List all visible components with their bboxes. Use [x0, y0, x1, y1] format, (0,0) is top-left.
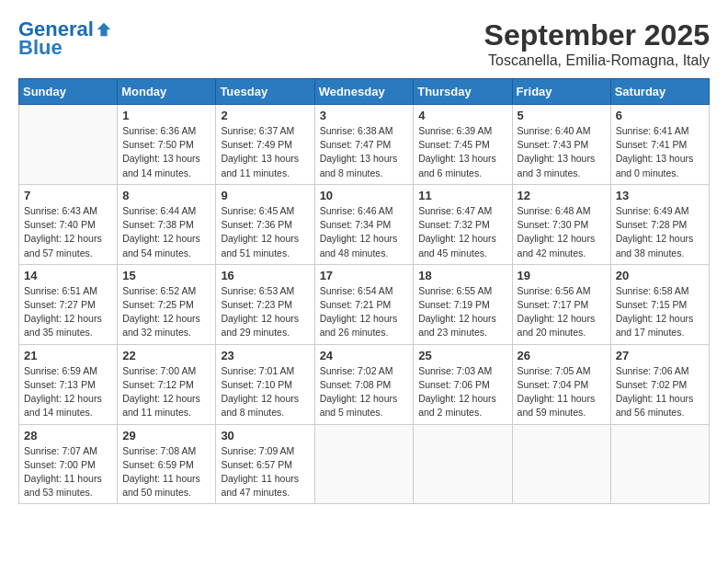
day-info: Sunrise: 7:02 AMSunset: 7:08 PMDaylight:…: [320, 364, 409, 420]
day-of-week-header: Thursday: [414, 79, 512, 105]
day-info: Sunrise: 7:06 AMSunset: 7:02 PMDaylight:…: [616, 364, 704, 420]
calendar-cell: 16Sunrise: 6:53 AMSunset: 7:23 PMDayligh…: [216, 264, 314, 344]
day-info: Sunrise: 6:38 AMSunset: 7:47 PMDaylight:…: [320, 124, 409, 180]
day-number: 9: [221, 189, 309, 202]
calendar-cell: 18Sunrise: 6:55 AMSunset: 7:19 PMDayligh…: [414, 264, 512, 344]
calendar-cell: 19Sunrise: 6:56 AMSunset: 7:17 PMDayligh…: [512, 264, 610, 344]
day-number: 11: [418, 189, 506, 202]
week-row: 21Sunrise: 6:59 AMSunset: 7:13 PMDayligh…: [19, 344, 710, 424]
calendar-cell: 29Sunrise: 7:08 AMSunset: 6:59 PMDayligh…: [118, 424, 216, 504]
calendar-cell: 27Sunrise: 7:06 AMSunset: 7:02 PMDayligh…: [610, 344, 709, 424]
logo-blue-text: Blue: [18, 37, 63, 59]
calendar-cell: 7Sunrise: 6:43 AMSunset: 7:40 PMDaylight…: [19, 184, 118, 264]
day-info: Sunrise: 6:41 AMSunset: 7:41 PMDaylight:…: [616, 124, 704, 180]
day-number: 5: [518, 109, 606, 122]
calendar-cell: 2Sunrise: 6:37 AMSunset: 7:49 PMDaylight…: [216, 105, 314, 185]
day-of-week-header: Sunday: [19, 79, 118, 105]
day-info: Sunrise: 7:03 AMSunset: 7:06 PMDaylight:…: [418, 364, 506, 420]
day-number: 24: [320, 349, 409, 362]
calendar-cell: [19, 105, 118, 185]
calendar-cell: 12Sunrise: 6:48 AMSunset: 7:30 PMDayligh…: [512, 184, 610, 264]
day-number: 20: [616, 269, 704, 282]
day-number: 18: [418, 269, 506, 282]
day-number: 19: [518, 269, 606, 282]
day-of-week-header: Monday: [118, 79, 216, 105]
day-number: 3: [320, 109, 409, 122]
day-info: Sunrise: 7:00 AMSunset: 7:12 PMDaylight:…: [122, 364, 210, 420]
page-header: General Blue September 2025 Toscanella, …: [18, 18, 710, 69]
day-number: 27: [616, 349, 704, 362]
day-info: Sunrise: 6:36 AMSunset: 7:50 PMDaylight:…: [122, 124, 210, 180]
week-row: 14Sunrise: 6:51 AMSunset: 7:27 PMDayligh…: [19, 264, 710, 344]
day-info: Sunrise: 6:37 AMSunset: 7:49 PMDaylight:…: [221, 124, 309, 180]
day-number: 6: [616, 109, 704, 122]
calendar-cell: 9Sunrise: 6:45 AMSunset: 7:36 PMDaylight…: [216, 184, 314, 264]
calendar-cell: [610, 424, 709, 504]
day-info: Sunrise: 7:07 AMSunset: 7:00 PMDaylight:…: [24, 444, 112, 500]
day-info: Sunrise: 6:48 AMSunset: 7:30 PMDaylight:…: [518, 204, 606, 260]
calendar-cell: 4Sunrise: 6:39 AMSunset: 7:45 PMDaylight…: [414, 105, 512, 185]
calendar-cell: 17Sunrise: 6:54 AMSunset: 7:21 PMDayligh…: [314, 264, 414, 344]
logo: General Blue: [18, 18, 114, 59]
location: Toscanella, Emilia-Romagna, Italy: [484, 52, 710, 69]
day-info: Sunrise: 6:46 AMSunset: 7:34 PMDaylight:…: [320, 204, 409, 260]
day-number: 10: [320, 189, 409, 202]
title-block: September 2025 Toscanella, Emilia-Romagn…: [484, 18, 710, 69]
day-of-week-header: Wednesday: [314, 79, 414, 105]
calendar-cell: 1Sunrise: 6:36 AMSunset: 7:50 PMDaylight…: [118, 105, 216, 185]
calendar-cell: 26Sunrise: 7:05 AMSunset: 7:04 PMDayligh…: [512, 344, 610, 424]
day-number: 16: [221, 269, 309, 282]
day-number: 8: [122, 189, 210, 202]
calendar-cell: 23Sunrise: 7:01 AMSunset: 7:10 PMDayligh…: [216, 344, 314, 424]
calendar-cell: 21Sunrise: 6:59 AMSunset: 7:13 PMDayligh…: [19, 344, 118, 424]
calendar-cell: [314, 424, 414, 504]
day-number: 21: [24, 349, 112, 362]
day-info: Sunrise: 7:05 AMSunset: 7:04 PMDaylight:…: [518, 364, 606, 420]
day-info: Sunrise: 6:47 AMSunset: 7:32 PMDaylight:…: [418, 204, 506, 260]
logo-icon: [96, 21, 112, 38]
calendar-cell: 3Sunrise: 6:38 AMSunset: 7:47 PMDaylight…: [314, 105, 414, 185]
day-info: Sunrise: 6:51 AMSunset: 7:27 PMDaylight:…: [24, 284, 112, 340]
calendar-cell: 13Sunrise: 6:49 AMSunset: 7:28 PMDayligh…: [610, 184, 709, 264]
day-info: Sunrise: 6:53 AMSunset: 7:23 PMDaylight:…: [221, 284, 309, 340]
day-info: Sunrise: 6:40 AMSunset: 7:43 PMDaylight:…: [518, 124, 606, 180]
day-info: Sunrise: 6:56 AMSunset: 7:17 PMDaylight:…: [518, 284, 606, 340]
day-number: 17: [320, 269, 409, 282]
month-title: September 2025: [484, 18, 710, 52]
day-info: Sunrise: 7:09 AMSunset: 6:57 PMDaylight:…: [221, 444, 309, 500]
calendar-cell: 11Sunrise: 6:47 AMSunset: 7:32 PMDayligh…: [414, 184, 512, 264]
calendar-cell: 24Sunrise: 7:02 AMSunset: 7:08 PMDayligh…: [314, 344, 414, 424]
calendar-cell: 22Sunrise: 7:00 AMSunset: 7:12 PMDayligh…: [118, 344, 216, 424]
day-number: 23: [221, 349, 309, 362]
day-number: 30: [221, 429, 309, 442]
day-info: Sunrise: 6:39 AMSunset: 7:45 PMDaylight:…: [418, 124, 506, 180]
day-of-week-header: Saturday: [610, 79, 709, 105]
day-info: Sunrise: 7:08 AMSunset: 6:59 PMDaylight:…: [122, 444, 210, 500]
day-number: 1: [122, 109, 210, 122]
calendar-cell: 10Sunrise: 6:46 AMSunset: 7:34 PMDayligh…: [314, 184, 414, 264]
calendar-cell: 8Sunrise: 6:44 AMSunset: 7:38 PMDaylight…: [118, 184, 216, 264]
day-info: Sunrise: 6:49 AMSunset: 7:28 PMDaylight:…: [616, 204, 704, 260]
calendar-cell: 30Sunrise: 7:09 AMSunset: 6:57 PMDayligh…: [216, 424, 314, 504]
calendar-cell: 20Sunrise: 6:58 AMSunset: 7:15 PMDayligh…: [610, 264, 709, 344]
day-number: 4: [418, 109, 506, 122]
calendar-cell: 28Sunrise: 7:07 AMSunset: 7:00 PMDayligh…: [19, 424, 118, 504]
day-number: 12: [518, 189, 606, 202]
day-info: Sunrise: 7:01 AMSunset: 7:10 PMDaylight:…: [221, 364, 309, 420]
calendar-cell: 6Sunrise: 6:41 AMSunset: 7:41 PMDaylight…: [610, 105, 709, 185]
calendar-cell: 15Sunrise: 6:52 AMSunset: 7:25 PMDayligh…: [118, 264, 216, 344]
day-number: 29: [122, 429, 210, 442]
day-info: Sunrise: 6:44 AMSunset: 7:38 PMDaylight:…: [122, 204, 210, 260]
calendar-cell: 25Sunrise: 7:03 AMSunset: 7:06 PMDayligh…: [414, 344, 512, 424]
day-of-week-header: Tuesday: [216, 79, 314, 105]
svg-marker-0: [97, 23, 110, 36]
week-row: 28Sunrise: 7:07 AMSunset: 7:00 PMDayligh…: [19, 424, 710, 504]
calendar-cell: 14Sunrise: 6:51 AMSunset: 7:27 PMDayligh…: [19, 264, 118, 344]
day-number: 28: [24, 429, 112, 442]
day-info: Sunrise: 6:43 AMSunset: 7:40 PMDaylight:…: [24, 204, 112, 260]
day-number: 15: [122, 269, 210, 282]
calendar-cell: [414, 424, 512, 504]
day-number: 2: [221, 109, 309, 122]
day-info: Sunrise: 6:52 AMSunset: 7:25 PMDaylight:…: [122, 284, 210, 340]
day-number: 22: [122, 349, 210, 362]
